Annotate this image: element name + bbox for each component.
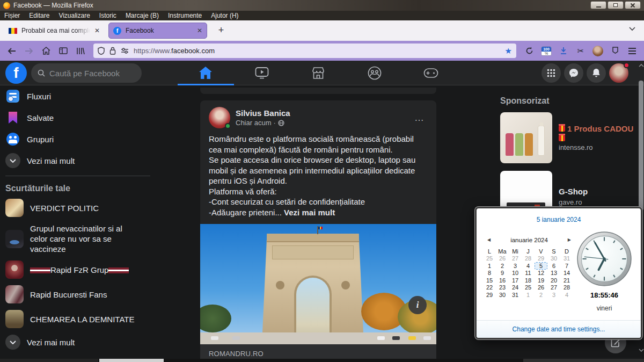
screenshot-extension-icon[interactable]: ✂ [573,44,588,58]
sidebar-footer-links[interactable]: Confidențialitate · Condiții de utilizar… [0,353,144,359]
menu-history[interactable]: Istoric [99,12,116,19]
calendar-day[interactable]: 3 [509,263,521,269]
calendar-day[interactable]: 4 [561,292,573,298]
extension-flag-icon[interactable] [608,44,623,58]
tab-home[interactable] [178,61,233,85]
calendar-day[interactable]: 14 [561,270,573,276]
calendar-day[interactable]: 24 [509,284,521,291]
tab-romandru[interactable]: Probabil cea mai complexă plat ✕ [4,23,104,39]
list-all-tabs-icon[interactable] [629,27,635,31]
url-bar[interactable]: https://www.facebook.com ★ [93,44,516,58]
calendar-day[interactable]: 7 [561,263,573,269]
menu-file[interactable]: Fișier [4,12,20,19]
shortcut-verdict-politic[interactable]: VERDICT POLITIC [0,196,156,220]
link-preview-card[interactable]: ROMANDRU.RO Probabil cea mai complexă pl… [200,344,436,359]
calendar-day[interactable]: 27 [509,255,521,262]
tab-marketplace[interactable] [290,61,346,85]
zoom-extension-icon[interactable]: 100% [539,44,554,58]
download-icon[interactable] [556,44,571,58]
calendar-day[interactable]: 8 [484,270,495,276]
tab-close-icon[interactable]: ✕ [94,27,100,34]
messenger-icon[interactable] [564,63,583,83]
info-icon[interactable]: i [408,296,427,314]
post-author-avatar[interactable] [209,107,230,128]
shortcut-chemarea-la-demnitate[interactable]: CHEMAREA LA DEMNITATE [0,307,156,331]
tab-close-icon[interactable]: ✕ [197,27,202,34]
shortcuts-see-more[interactable]: Vezi mai mult [0,331,156,353]
calendar-day[interactable]: 18 [522,277,534,284]
sidebar-item-groups[interactable]: Grupuri [0,128,156,150]
menu-edit[interactable]: Editare [29,12,49,19]
home-icon[interactable] [39,44,54,58]
restore-button[interactable] [608,1,624,9]
shield-icon[interactable] [98,47,105,55]
calendar-day[interactable]: 17 [509,277,521,284]
calendar-day[interactable]: 1 [484,263,495,269]
calendar-day[interactable]: 20 [548,277,560,284]
change-datetime-settings-link[interactable]: Change date and time settings... [513,325,605,333]
calendar-day[interactable]: 25 [522,284,534,291]
menu-help[interactable]: Ajutor (H) [211,12,238,19]
calendar-day[interactable]: 28 [561,284,573,291]
sidebar-item-feeds[interactable]: Fluxuri [0,85,156,107]
menu-hamburger-icon[interactable] [625,44,640,58]
calendar-day[interactable]: 27 [548,284,560,291]
tab-facebook-active[interactable]: f Facebook ✕ [108,23,207,39]
notifications-bell-icon[interactable] [587,63,606,83]
calendar-day[interactable]: 19 [535,277,547,284]
calendar-next-icon[interactable]: ▶ [566,236,573,243]
calendar-day[interactable]: 16 [496,277,508,284]
calendar-day[interactable]: 31 [509,292,521,298]
sponsored-ad-intensse[interactable]: 1 Produs CADOU intensse.ro [500,112,640,163]
calendar-day[interactable]: 10 [509,270,521,276]
post-image-arch-of-triumph[interactable] [200,224,436,344]
calendar-day[interactable]: 29 [535,255,547,262]
see-more-link[interactable]: Vezi mai mult [284,208,335,217]
bookmark-star-icon[interactable]: ★ [505,46,512,56]
calendar-day[interactable]: 1 [522,292,534,298]
close-button[interactable] [625,1,641,9]
calendar-day[interactable]: 30 [548,255,560,262]
apps-menu-icon[interactable] [541,63,561,83]
shortcut-grupul-nevaccinatilor[interactable]: Grupul nevaccinatilor si al celor care n… [0,220,156,257]
calendar-day[interactable]: 23 [496,284,508,291]
shortcut-rapid-bucuresti-fans[interactable]: Rapid Bucuresti Fans [0,282,156,307]
scroll-up-icon[interactable] [639,64,644,67]
calendar-day[interactable]: 2 [535,292,547,298]
reload-icon[interactable] [522,44,537,58]
post-more-icon[interactable]: … [411,112,428,124]
page-scrollbar-thumb[interactable] [639,81,643,211]
facebook-logo[interactable]: f [5,62,27,84]
shortcut-rapid-fzr[interactable]: Rapid FzR Grup [0,257,156,282]
lock-icon[interactable] [109,47,116,55]
calendar-prev-icon[interactable]: ◀ [485,236,493,243]
calendar-day[interactable]: 22 [484,284,495,291]
menu-view[interactable]: Vizualizare [58,12,90,19]
sidebar-icon[interactable] [56,44,71,58]
calendar-day[interactable]: 12 [535,270,547,276]
calendar-day[interactable]: 25 [484,255,495,262]
minimize-button[interactable] [590,1,606,9]
calendar-day[interactable]: 5 [535,263,547,269]
post-author-name[interactable]: Silvius Banica [236,108,290,118]
calendar-day[interactable]: 30 [496,292,508,298]
menu-tools[interactable]: Instrumente [168,12,202,19]
url-text[interactable]: https://www.facebook.com [134,47,500,55]
calendar-day[interactable]: 26 [535,284,547,291]
new-tab-button[interactable]: + [215,25,228,36]
calendar-day[interactable]: 28 [522,255,534,262]
calendar-day[interactable]: 4 [522,263,534,269]
calendar-day[interactable]: 21 [561,277,573,284]
profile-avatar[interactable] [609,63,628,83]
back-icon[interactable] [4,44,19,58]
calendar-day[interactable]: 2 [496,263,508,269]
calendar-month-label[interactable]: ianuarie 2024 [493,237,566,243]
account-avatar-icon[interactable] [590,44,605,58]
sidebar-item-saved[interactable]: Salvate [0,107,156,128]
facebook-search-input[interactable]: Caută pe Facebook [31,63,142,83]
menu-bookmarks[interactable]: Marcaje (B) [126,12,159,19]
calendar-day[interactable]: 9 [496,270,508,276]
calendar-day[interactable]: 29 [484,292,495,298]
scroll-down-icon[interactable] [639,349,644,352]
calendar-day[interactable]: 13 [548,270,560,276]
